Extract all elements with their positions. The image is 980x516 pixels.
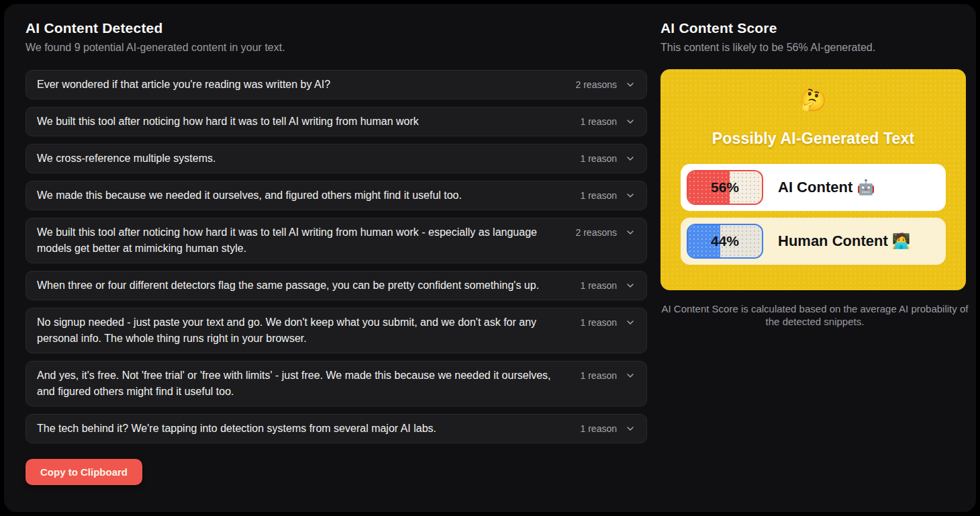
snippet-row[interactable]: Ever wondered if that article you're rea… [26, 70, 647, 99]
snippet-row[interactable]: We built this tool after noticing how ha… [26, 107, 647, 136]
snippet-text: We built this tool after noticing how ha… [37, 114, 581, 130]
snippet-row[interactable]: When three or four different detectors f… [26, 271, 647, 300]
score-label: Human Content [778, 232, 888, 250]
snippet-row[interactable]: We built this tool after noticing how ha… [26, 218, 647, 263]
score-footnote: AI Content Score is calculated based on … [660, 302, 969, 328]
score-label: AI Content [778, 179, 852, 196]
snippet-text: Ever wondered if that article you're rea… [37, 77, 576, 93]
score-panel: AI Content Score This content is likely … [660, 4, 966, 512]
reason-toggle: 1 reason [581, 421, 636, 437]
reason-toggle: 1 reason [581, 187, 636, 204]
page-subtitle: We found 9 potential AI-generated conten… [26, 42, 647, 54]
page-title: AI Content Detected [26, 20, 647, 36]
chevron-down-icon [625, 280, 636, 291]
app-window: AI Content Detected We found 9 potential… [4, 4, 976, 512]
reason-count: 2 reasons [576, 79, 617, 90]
snippet-text: No signup needed - just paste your text … [37, 314, 581, 347]
score-emoji-icon: 🤖 [856, 179, 875, 196]
score-row: 44% Human Content 🧑‍💻 [681, 218, 946, 265]
reason-count: 1 reason [581, 370, 617, 381]
reason-count: 1 reason [581, 423, 617, 434]
score-title: AI Content Score [660, 20, 966, 36]
snippet-text: We built this tool after noticing how ha… [37, 224, 576, 257]
score-percent: 44% [688, 225, 762, 257]
chevron-down-icon [625, 370, 636, 381]
snippet-text: And yes, it's free. Not 'free trial' or … [37, 368, 581, 400]
snippet-row[interactable]: No signup needed - just paste your text … [26, 308, 647, 353]
snippet-text: We cross-reference multiple systems. [37, 150, 581, 167]
reason-toggle: 2 reasons [576, 224, 636, 241]
snippet-list: Ever wondered if that article you're rea… [26, 70, 647, 443]
reason-toggle: 1 reason [581, 314, 636, 331]
chevron-down-icon [625, 190, 636, 201]
chevron-down-icon [625, 153, 636, 164]
snippet-row[interactable]: The tech behind it? We're tapping into d… [26, 414, 647, 443]
reason-count: 1 reason [581, 116, 617, 127]
score-card: 🤔 Possibly AI-Generated Text 56% AI Cont… [660, 69, 966, 290]
score-progress-bar: 56% [687, 170, 763, 205]
reason-count: 1 reason [581, 280, 617, 291]
snippet-row[interactable]: We made this because we needed it oursel… [26, 181, 647, 210]
score-emoji-icon: 🧑‍💻 [892, 232, 910, 250]
detected-content-panel: AI Content Detected We found 9 potential… [26, 4, 647, 512]
chevron-down-icon [625, 317, 636, 328]
score-percent: 56% [688, 171, 762, 204]
snippet-text: When three or four different detectors f… [37, 277, 581, 294]
verdict-title: Possibly AI-Generated Text [681, 130, 946, 148]
snippet-row[interactable]: And yes, it's free. Not 'free trial' or … [26, 361, 647, 406]
reason-toggle: 1 reason [581, 114, 636, 130]
thinking-face-icon: 🤔 [681, 89, 946, 111]
chevron-down-icon [625, 423, 636, 434]
snippet-row[interactable]: We cross-reference multiple systems. 1 r… [26, 144, 647, 173]
reason-toggle: 2 reasons [576, 77, 636, 93]
chevron-down-icon [625, 116, 636, 127]
reason-count: 1 reason [581, 317, 617, 328]
copy-to-clipboard-button[interactable]: Copy to Clipboard [26, 459, 142, 485]
reason-toggle: 1 reason [581, 150, 636, 167]
chevron-down-icon [625, 227, 636, 238]
score-subtitle: This content is likely to be 56% AI-gene… [660, 42, 966, 54]
reason-count: 1 reason [581, 190, 617, 201]
chevron-down-icon [625, 79, 636, 90]
reason-count: 1 reason [581, 153, 617, 164]
score-rows: 56% AI Content 🤖 44% Human Content 🧑‍💻 [681, 164, 946, 265]
reason-toggle: 1 reason [581, 368, 636, 384]
snippet-text: We made this because we needed it oursel… [37, 187, 581, 204]
reason-count: 2 reasons [576, 227, 617, 238]
reason-toggle: 1 reason [581, 277, 636, 294]
score-row: 56% AI Content 🤖 [681, 164, 946, 211]
snippet-text: The tech behind it? We're tapping into d… [37, 421, 581, 437]
score-progress-bar: 44% [687, 224, 763, 259]
